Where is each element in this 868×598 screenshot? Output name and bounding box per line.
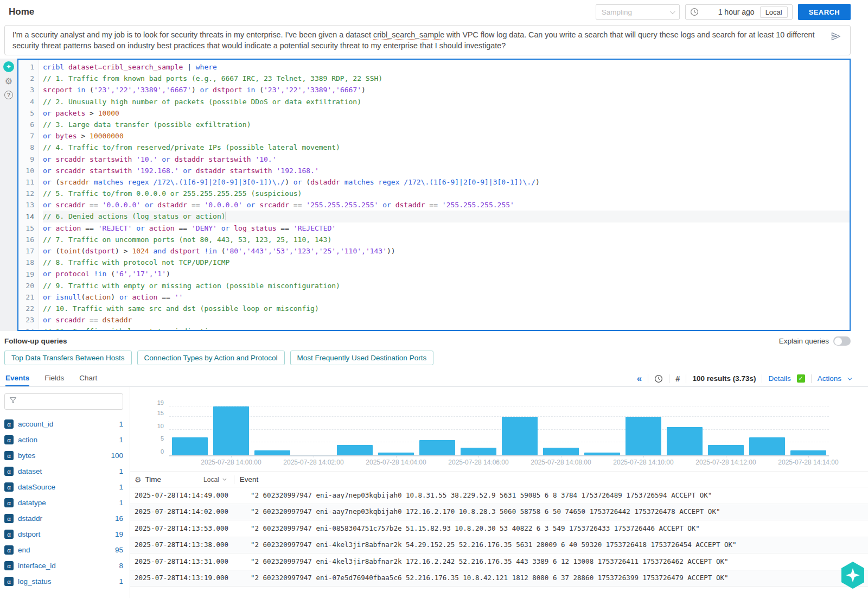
followup-query-button[interactable]: Most Frequently Used Destination Ports (290, 351, 434, 365)
code-line[interactable]: srcport in ('23','22','3389','6667') or … (43, 84, 850, 96)
code-line[interactable]: cribl dataset=cribl_search_sample | wher… (43, 61, 850, 73)
field-item-dstaddr[interactable]: αdstaddr16 (4, 511, 123, 526)
x-axis-tick (478, 455, 479, 457)
code-line[interactable]: // 9. Traffic with empty or missing acti… (43, 280, 850, 291)
timezone-dropdown[interactable]: Local (203, 476, 225, 484)
code-line[interactable]: or (toint(dstport) > 1024 and dstport !i… (43, 245, 850, 257)
actions-link[interactable]: Actions (818, 374, 841, 383)
chart-bar[interactable] (337, 445, 373, 455)
chart-bar[interactable] (543, 448, 579, 455)
code-token: == (293, 201, 306, 209)
chart-bar[interactable] (502, 417, 538, 455)
collapse-sidebar-icon[interactable]: « (637, 374, 642, 383)
code-line[interactable]: // 4. Traffic to/from reserved/private I… (43, 142, 850, 153)
table-row[interactable]: 2025-07-28T14:13:38.000"2 602320997947 e… (130, 537, 868, 554)
time-range-value[interactable]: 1 hour ago (718, 8, 755, 16)
code-line[interactable]: // 6. Denied actions (log_status or acti… (43, 211, 850, 222)
code-lines[interactable]: cribl dataset=cribl_search_sample | wher… (39, 60, 850, 330)
code-token: !in (204, 247, 221, 255)
code-line[interactable]: or isnull(action) or action == '' (43, 291, 850, 303)
events-table-rows: 2025-07-28T14:14:49.000"2 602320997947 e… (130, 487, 868, 587)
time-range-picker[interactable]: 1 hour ago Local (685, 4, 793, 20)
field-item-bytes[interactable]: αbytes100 (4, 448, 123, 463)
chart-bar[interactable] (667, 427, 703, 455)
time-column-header[interactable]: Time (145, 475, 162, 484)
code-token: == (85, 224, 98, 232)
code-line[interactable]: // 8. Traffic with protocol not TCP/UDP/… (43, 257, 850, 268)
send-icon[interactable] (831, 31, 841, 44)
chart-bar[interactable] (626, 417, 661, 455)
line-number: 2 (18, 73, 34, 84)
chart-bar[interactable] (172, 437, 208, 455)
code-token: srcaddr (60, 178, 94, 186)
explain-queries-toggle[interactable] (833, 336, 851, 346)
code-line[interactable]: or packets > 10000 (43, 107, 850, 119)
followup-query-button[interactable]: Top Data Transfers Between Hosts (4, 351, 132, 365)
line-number: 1 (18, 61, 34, 73)
chart-bar[interactable] (419, 440, 455, 455)
field-item-action[interactable]: αaction1 (4, 432, 123, 448)
code-token: ) (361, 86, 366, 94)
chart-bar[interactable] (461, 448, 496, 455)
field-item-account_id[interactable]: αaccount_id1 (4, 416, 123, 432)
field-item-dataSource[interactable]: αdataSource1 (4, 479, 123, 495)
code-line[interactable]: // 7. Traffic on uncommon ports (not 80,… (43, 234, 850, 245)
code-line[interactable]: // 11. Traffic with log_status indicatin… (43, 326, 850, 330)
histogram-plot[interactable]: 05101519 (169, 398, 829, 456)
details-checkbox[interactable]: ✓ (797, 374, 805, 383)
sampling-select[interactable]: Sampling (596, 4, 680, 20)
field-item-dataset[interactable]: αdataset1 (4, 463, 123, 479)
code-line[interactable]: // 10. Traffic with same src and dst (po… (43, 303, 850, 314)
chart-bar[interactable] (790, 450, 826, 455)
table-row[interactable]: 2025-07-28T14:13:31.000"2 602320997947 e… (130, 554, 868, 570)
chart-bar[interactable] (749, 437, 785, 455)
field-type-icon: α (4, 561, 14, 570)
field-item-log_status[interactable]: αlog_status1 (4, 574, 123, 589)
chart-bar[interactable] (254, 450, 290, 455)
gear-icon[interactable]: ⚙ (5, 77, 12, 86)
chart-bar[interactable] (213, 406, 249, 455)
code-line[interactable]: or srcaddr startswith '192.168.' or dsta… (43, 165, 850, 176)
tab-events[interactable]: Events (5, 371, 29, 386)
code-line[interactable]: or (srcaddr matches regex /172\.(1[6-9]|… (43, 176, 850, 188)
tab-fields[interactable]: Fields (44, 371, 64, 386)
code-line[interactable]: or protocol !in ('6','17','1') (43, 268, 850, 279)
event-column-header[interactable]: Event (240, 475, 259, 484)
code-line[interactable]: or bytes > 10000000 (43, 130, 850, 142)
field-item-datatype[interactable]: αdatatype1 (4, 495, 123, 511)
code-line[interactable]: or action == 'REJECT' or action == 'DENY… (43, 222, 850, 234)
chart-bar[interactable] (584, 453, 620, 455)
code-line[interactable]: // 3. Large data transfer (possible exfi… (43, 119, 850, 130)
code-line[interactable]: or srcaddr startswith '10.' or dstaddr s… (43, 154, 850, 165)
table-row[interactable]: 2025-07-28T14:13:19.000"2 602320997947 e… (130, 570, 868, 587)
code-line[interactable]: or srcaddr == '0.0.0.0' or dstaddr == '0… (43, 199, 850, 211)
gridline (169, 406, 829, 406)
field-item-end[interactable]: αend95 (4, 542, 123, 558)
followup-query-button[interactable]: Connection Types by Action and Protocol (137, 351, 285, 365)
code-line[interactable]: or srcaddr == dstaddr (43, 314, 850, 326)
code-line[interactable]: // 1. Traffic from known bad ports (e.g.… (43, 73, 850, 84)
field-item-dstport[interactable]: αdstport19 (4, 526, 123, 542)
field-item-interface_id[interactable]: αinterface_id8 (4, 558, 123, 574)
line-number: 24 (18, 326, 34, 331)
help-icon[interactable]: ? (4, 91, 13, 99)
details-link[interactable]: Details (768, 374, 790, 383)
field-filter-input[interactable] (4, 393, 123, 410)
code-line[interactable]: // 2. Unusually high number of packets (… (43, 96, 850, 107)
table-settings-gear-icon[interactable]: ⚙ (135, 476, 142, 484)
table-row[interactable]: 2025-07-28T14:14:49.000"2 602320997947 e… (130, 487, 868, 504)
history-clock-icon[interactable] (654, 374, 663, 383)
query-editor[interactable]: 123456789101112131415161718192021222324 … (17, 59, 851, 331)
code-token: // 7. Traffic on uncommon ports (not 80,… (43, 236, 331, 244)
tab-chart[interactable]: Chart (79, 371, 97, 386)
copilot-icon[interactable]: ✦ (3, 61, 14, 72)
timezone-button[interactable]: Local (760, 7, 788, 18)
ai-prompt-input[interactable]: I'm a security analyst and my job is to … (4, 25, 851, 55)
table-row[interactable]: 2025-07-28T14:14:02.000"2 602320997947 e… (130, 504, 868, 521)
chart-bar[interactable] (708, 445, 744, 455)
code-line[interactable]: // 5. Traffic to/from 0.0.0.0 or 255.255… (43, 188, 850, 199)
search-button[interactable]: SEARCH (798, 4, 851, 20)
hash-icon[interactable]: # (675, 374, 680, 383)
table-row[interactable]: 2025-07-28T14:13:53.000"2 602320997947 e… (130, 520, 868, 537)
copilot-fab-button[interactable] (839, 561, 866, 589)
